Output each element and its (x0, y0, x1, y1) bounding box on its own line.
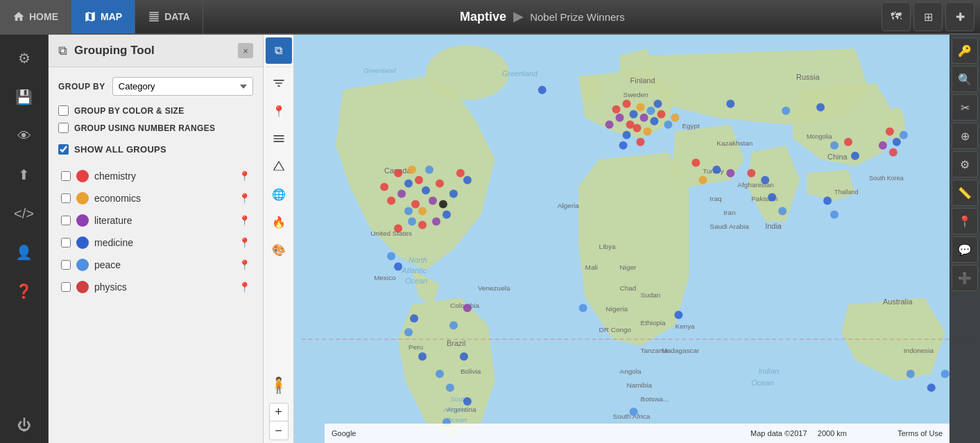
svg-point-67 (436, 180, 444, 188)
svg-point-84 (646, 107, 655, 115)
tool-pin[interactable]: 📍 (266, 98, 292, 124)
group-name-literature: literature (94, 215, 233, 226)
svg-point-125 (463, 176, 472, 184)
map-attribution: Map data ©2017 2000 km Terms of Use (750, 429, 943, 437)
svg-point-118 (816, 103, 825, 112)
tool-person[interactable]: 🧍 (266, 372, 292, 399)
tool-filter[interactable] (266, 70, 292, 96)
sidebar-user[interactable]: 👤 (6, 234, 42, 270)
svg-point-106 (889, 148, 897, 157)
svg-point-95 (605, 121, 614, 129)
color-size-checkbox[interactable] (58, 105, 69, 116)
svg-text:India: India (765, 222, 782, 230)
svg-text:Indonesia: Indonesia (904, 347, 934, 354)
nav-layers-icon[interactable]: ⊞ (913, 2, 943, 31)
map-area: ⧉ 📍 🌐 🔥 🎨 🧍 + − (264, 35, 980, 443)
group-checkbox-physics[interactable] (61, 282, 71, 292)
svg-text:Russia: Russia (796, 73, 820, 81)
svg-point-116 (726, 100, 734, 108)
tool-globe[interactable]: 🌐 (266, 181, 292, 207)
svg-point-124 (456, 169, 465, 177)
color-size-label[interactable]: GROUP BY COLOR & SIZE (74, 106, 184, 116)
nav-map-icon[interactable]: 🗺 (882, 2, 911, 31)
svg-text:Chad: Chad (620, 284, 637, 292)
rt-ruler-icon[interactable]: 📏 (952, 180, 978, 206)
tool-flame[interactable]: 🔥 (266, 209, 292, 235)
google-label: Google (332, 429, 356, 437)
number-ranges-checkbox[interactable] (58, 123, 69, 133)
tool-grouping[interactable]: ⧉ (266, 37, 292, 64)
svg-text:Egypt: Egypt (682, 122, 700, 130)
svg-point-79 (623, 100, 631, 108)
group-pin-chemistry[interactable]: 📍 (239, 171, 250, 182)
group-pin-economics[interactable]: 📍 (239, 193, 250, 204)
svg-text:Madagascar: Madagascar (661, 347, 700, 354)
tool-palette[interactable]: 🎨 (266, 236, 292, 263)
svg-text:Brazil: Brazil (447, 339, 465, 347)
sidebar-settings[interactable]: ⚙ (6, 40, 42, 76)
group-item-medicine: medicine📍 (58, 232, 253, 253)
map-label: MAP (101, 11, 122, 22)
rt-add-pin-icon[interactable]: ➕ (952, 265, 978, 291)
panel-close-button[interactable]: × (238, 43, 253, 58)
sidebar-share[interactable]: ⬆ (6, 157, 42, 193)
rt-settings-map-icon[interactable]: ⚙ (952, 151, 978, 177)
svg-point-127 (394, 262, 402, 270)
group-checkbox-economics[interactable] (61, 193, 71, 203)
sidebar-save[interactable]: 💾 (6, 79, 42, 115)
rt-zoom-rect-icon[interactable]: ⊕ (952, 123, 978, 149)
svg-point-129 (404, 328, 413, 336)
show-all-label[interactable]: SHOW ALL GROUPS (74, 144, 166, 155)
group-pin-literature[interactable]: 📍 (239, 215, 250, 226)
group-pin-medicine[interactable]: 📍 (239, 237, 250, 248)
home-button[interactable]: HOME (0, 0, 71, 33)
svg-text:Venezuela: Venezuela (478, 284, 510, 292)
number-ranges-row: GROUP USING NUMBER RANGES (58, 123, 253, 133)
tool-style[interactable] (266, 125, 292, 152)
number-ranges-label[interactable]: GROUP USING NUMBER RANGES (74, 123, 215, 133)
color-size-row: GROUP BY COLOR & SIZE (58, 105, 253, 116)
sidebar-help[interactable]: ❓ (6, 273, 42, 309)
group-by-select[interactable]: Category Name Value (112, 77, 253, 96)
rt-speech-icon[interactable]: 💬 (952, 236, 978, 263)
svg-point-108 (460, 352, 468, 361)
svg-point-62 (411, 200, 420, 209)
group-checkbox-literature[interactable] (61, 216, 71, 225)
svg-text:North: North (409, 256, 427, 264)
nav-plus-icon[interactable]: ✚ (945, 2, 974, 31)
rt-key-icon[interactable]: 🔑 (952, 37, 978, 64)
zoom-in-button[interactable]: + (270, 403, 288, 422)
rt-pin-search-icon[interactable]: 📍 (952, 208, 978, 234)
svg-point-121 (906, 370, 915, 378)
svg-point-85 (650, 117, 658, 125)
svg-point-103 (893, 138, 901, 146)
sidebar-power[interactable]: ⏻ (6, 407, 42, 443)
nav-arrow: ▶ (513, 9, 523, 24)
svg-point-131 (579, 304, 587, 312)
zoom-out-button[interactable]: − (270, 422, 288, 440)
sidebar-code[interactable]: </> (6, 196, 42, 232)
sidebar-view[interactable]: 👁 (6, 118, 42, 154)
svg-point-119 (538, 86, 547, 94)
svg-point-120 (630, 408, 638, 416)
group-by-label: GROUP BY (58, 82, 105, 92)
data-button[interactable]: DATA (135, 0, 203, 33)
group-checkbox-medicine[interactable] (61, 238, 71, 247)
rt-scissors-icon[interactable]: ✂ (952, 94, 978, 121)
map-background[interactable]: Canada United States Brazil Algeria Liby… (294, 35, 980, 443)
svg-point-137 (844, 138, 852, 146)
tool-column: ⧉ 📍 🌐 🔥 🎨 🧍 + − (264, 35, 294, 443)
show-all-checkbox[interactable] (58, 144, 69, 155)
tool-shape[interactable] (266, 153, 292, 180)
map-button[interactable]: MAP (71, 0, 135, 33)
svg-point-139 (830, 211, 839, 219)
left-sidebar: ⚙ 💾 👁 ⬆ </> 👤 ❓ ⏻ (0, 35, 49, 443)
svg-point-66 (429, 197, 437, 205)
rt-search-icon[interactable]: 🔍 (952, 66, 978, 92)
svg-point-68 (418, 207, 427, 216)
group-pin-physics[interactable]: 📍 (239, 281, 250, 293)
group-checkbox-peace[interactable] (61, 260, 71, 270)
svg-text:Iraq: Iraq (710, 195, 721, 202)
group-checkbox-chemistry[interactable] (61, 171, 71, 181)
group-pin-peace[interactable]: 📍 (239, 259, 250, 270)
